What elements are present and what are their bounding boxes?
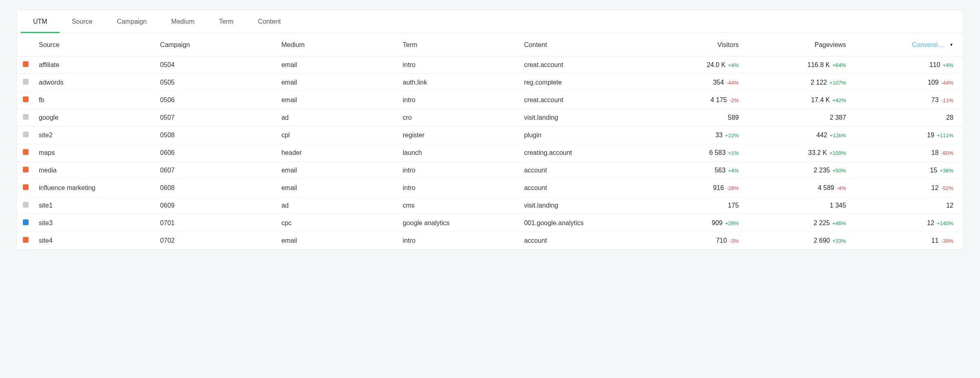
cell-source: media: [35, 162, 156, 179]
cell-medium: email: [277, 92, 399, 109]
table-row[interactable]: affiliate0504emailintrocreat.account24.0…: [17, 56, 963, 74]
cell-visitors: 909+28%: [641, 215, 748, 232]
cell-visitors-delta: -3%: [729, 238, 739, 244]
utm-report-card: UTMSourceCampaignMediumTermContent Sourc…: [16, 10, 964, 250]
cell-term: cms: [399, 197, 520, 215]
tab-utm[interactable]: UTM: [21, 11, 60, 33]
cell-content: reg.complete: [520, 74, 641, 92]
cell-pageviews-value: 33.2 K: [808, 149, 827, 157]
row-swatch-cell: [17, 109, 35, 127]
cell-conversions-delta: +36%: [940, 168, 953, 174]
cell-conversions-value: 12: [927, 219, 934, 227]
table-row[interactable]: media0607emailintroaccount563+4%2 235+50…: [17, 162, 963, 179]
cell-pageviews: 442+12k%: [748, 127, 856, 144]
cell-visitors-value: 6 583: [709, 149, 726, 157]
cell-campaign: 0609: [156, 197, 277, 215]
column-campaign[interactable]: Campaign: [156, 33, 277, 56]
cell-conversions: 110+4%: [856, 56, 963, 74]
cell-source: site4: [35, 232, 156, 250]
cell-conversions: 19+111%: [856, 127, 963, 144]
cell-visitors-value: 589: [728, 114, 739, 121]
cell-medium: header: [277, 144, 399, 162]
row-swatch-cell: [17, 162, 35, 179]
table-row[interactable]: influence marketing0608emailintroaccount…: [17, 179, 963, 197]
tab-content[interactable]: Content: [246, 11, 293, 33]
column-source[interactable]: Source: [35, 33, 156, 56]
cell-conversions: 11-39%: [856, 232, 963, 250]
cell-content: creat.account: [520, 92, 641, 109]
cell-medium: email: [277, 162, 399, 179]
cell-conversions-value: 110: [929, 61, 940, 69]
swatch-icon: [23, 114, 29, 120]
column-content[interactable]: Content: [520, 33, 641, 56]
cell-term: intro: [399, 232, 520, 250]
cell-visitors: 4 175-2%: [641, 92, 748, 109]
cell-conversions: 18-60%: [856, 144, 963, 162]
cell-campaign: 0701: [156, 215, 277, 232]
table-row[interactable]: site20508cplregisterplugin33+22%442+12k%…: [17, 127, 963, 144]
cell-visitors: 354-44%: [641, 74, 748, 92]
cell-conversions: 73-11%: [856, 92, 963, 109]
column-term[interactable]: Term: [399, 33, 520, 56]
table-row[interactable]: maps0606headerlaunchcreating.account6 58…: [17, 144, 963, 162]
cell-pageviews-delta: +107%: [829, 80, 846, 86]
cell-pageviews: 2 690+33%: [748, 232, 856, 250]
cell-visitors-value: 24.0 K: [707, 61, 726, 69]
tab-term[interactable]: Term: [207, 11, 246, 33]
cell-pageviews-value: 1 345: [830, 202, 846, 209]
column-pageviews[interactable]: Pageviews: [748, 33, 856, 56]
cell-term: intro: [399, 56, 520, 74]
cell-pageviews: 2 235+50%: [748, 162, 856, 179]
table-row[interactable]: site30701cpcgoogle analytics001.google.a…: [17, 215, 963, 232]
cell-pageviews-delta: +100%: [829, 150, 846, 156]
cell-visitors-value: 909: [712, 219, 723, 227]
cell-source: site3: [35, 215, 156, 232]
cell-source: site2: [35, 127, 156, 144]
cell-content: account: [520, 162, 641, 179]
column-conversions[interactable]: Conversi… ▼: [856, 33, 963, 56]
table-row[interactable]: site40702emailintroaccount710-3%2 690+33…: [17, 232, 963, 250]
cell-conversions-value: 18: [931, 149, 939, 157]
cell-visitors: 563+4%: [641, 162, 748, 179]
swatch-icon: [23, 219, 29, 225]
cell-conversions-value: 12: [946, 202, 953, 209]
cell-visitors-value: 175: [728, 202, 739, 209]
cell-term: cro: [399, 109, 520, 127]
table-row[interactable]: fb0506emailintrocreat.account4 175-2%17.…: [17, 92, 963, 109]
table-row[interactable]: site10609adcmsvisit.landing1751 34512: [17, 197, 963, 215]
cell-campaign: 0506: [156, 92, 277, 109]
cell-source: influence marketing: [35, 179, 156, 197]
cell-campaign: 0507: [156, 109, 277, 127]
cell-conversions-delta: -11%: [941, 97, 953, 103]
tab-campaign[interactable]: Campaign: [105, 11, 159, 33]
cell-conversions: 109-44%: [856, 74, 963, 92]
cell-source: fb: [35, 92, 156, 109]
column-visitors[interactable]: Visitors: [641, 33, 748, 56]
report-tabs: UTMSourceCampaignMediumTermContent: [17, 10, 963, 33]
tab-medium[interactable]: Medium: [159, 11, 207, 33]
cell-source: maps: [35, 144, 156, 162]
cell-visitors-value: 4 175: [710, 96, 727, 104]
cell-campaign: 0508: [156, 127, 277, 144]
cell-content: visit.landing: [520, 197, 641, 215]
cell-conversions-delta: +4%: [943, 62, 953, 68]
cell-content: 001.google.analytics: [520, 215, 641, 232]
table-row[interactable]: google0507adcrovisit.landing5892 38728: [17, 109, 963, 127]
column-medium[interactable]: Medium: [277, 33, 399, 56]
cell-pageviews: 2 387: [748, 109, 856, 127]
cell-pageviews-value: 4 589: [818, 184, 834, 192]
table-row[interactable]: adwords0505emailauth.linkreg.complete354…: [17, 74, 963, 92]
row-swatch-cell: [17, 127, 35, 144]
cell-term: intro: [399, 92, 520, 109]
tab-source[interactable]: Source: [60, 11, 105, 33]
cell-visitors: 33+22%: [641, 127, 748, 144]
row-swatch-cell: [17, 92, 35, 109]
cell-pageviews-value: 2 235: [813, 167, 830, 174]
cell-pageviews-value: 17.4 K: [811, 96, 830, 104]
cell-visitors-value: 916: [713, 184, 724, 192]
cell-content: creat.account: [520, 56, 641, 74]
row-swatch-cell: [17, 56, 35, 74]
swatch-icon: [23, 167, 29, 172]
cell-medium: ad: [277, 197, 399, 215]
cell-medium: cpl: [277, 127, 399, 144]
